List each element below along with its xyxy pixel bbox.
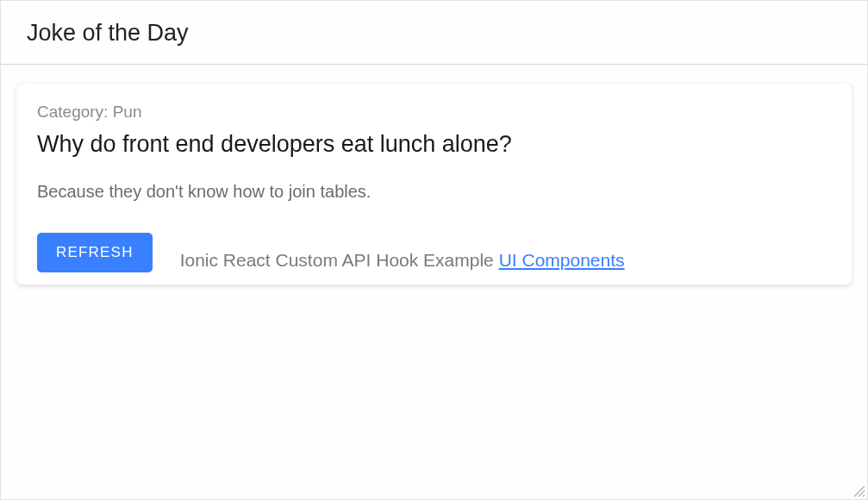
app-header: Joke of the Day [1, 1, 867, 65]
footer-caption: Ionic React Custom API Hook Example UI C… [180, 250, 625, 272]
svg-line-1 [859, 491, 865, 497]
category-value: Pun [113, 103, 142, 121]
category-prefix: Category: [37, 103, 113, 121]
refresh-button[interactable]: REFRESH [37, 233, 153, 272]
resize-handle-icon [852, 484, 865, 497]
card-footer: REFRESH Ionic React Custom API Hook Exam… [37, 233, 831, 272]
svg-line-0 [854, 486, 865, 497]
page-title: Joke of the Day [27, 20, 841, 47]
ui-components-link[interactable]: UI Components [499, 250, 625, 270]
joke-card: Category: Pun Why do front end developer… [16, 84, 852, 284]
content-area: Category: Pun Why do front end developer… [1, 65, 867, 303]
joke-delivery: Because they don't know how to join tabl… [37, 182, 831, 202]
footer-text: Ionic React Custom API Hook Example [180, 250, 499, 270]
joke-setup: Why do front end developers eat lunch al… [37, 130, 831, 159]
joke-category: Category: Pun [37, 103, 831, 122]
svg-line-2 [863, 495, 865, 497]
